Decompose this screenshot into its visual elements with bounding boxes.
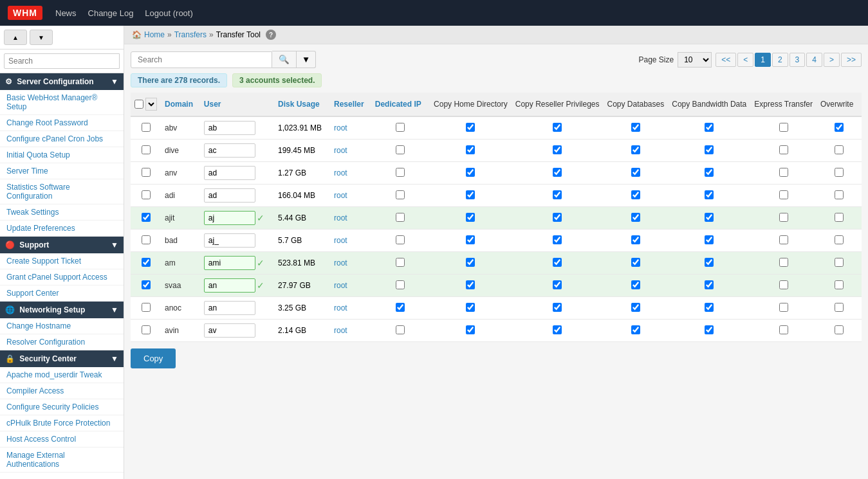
row-user-input-6[interactable] [204, 256, 255, 270]
row-checkbox-6[interactable] [142, 258, 151, 267]
search-dropdown-button[interactable]: ▼ [297, 51, 316, 68]
row-copy-reseller-2[interactable] [553, 168, 562, 177]
row-express-transfer-0[interactable] [779, 123, 788, 132]
row-dedicated-ip-1[interactable] [396, 145, 405, 154]
row-dedicated-ip-5[interactable] [396, 235, 405, 244]
sidebar-item-tweak-settings[interactable]: Tweak Settings [0, 204, 124, 221]
row-overwrite-8[interactable] [835, 303, 844, 312]
nav-logout[interactable]: Logout (root) [145, 8, 192, 18]
row-user-input-8[interactable] [204, 301, 255, 315]
row-overwrite-4[interactable] [835, 213, 844, 222]
row-copy-bandwidth-5[interactable] [705, 235, 714, 244]
row-copy-reseller-3[interactable] [553, 190, 562, 199]
row-copy-databases-1[interactable] [631, 145, 640, 154]
row-express-transfer-4[interactable] [779, 213, 788, 222]
sidebar-item-compiler-access[interactable]: Compiler Access [0, 383, 124, 399]
row-copy-home-2[interactable] [466, 168, 475, 177]
row-copy-bandwidth-8[interactable] [705, 303, 714, 312]
row-checkbox-0[interactable] [142, 123, 151, 132]
sidebar-item-resolver-config[interactable]: Resolver Configuration [0, 334, 124, 350]
row-copy-bandwidth-4[interactable] [705, 213, 714, 222]
sidebar-section-security[interactable]: 🔒 Security Center ▼ [0, 350, 124, 367]
row-express-transfer-2[interactable] [779, 168, 788, 177]
sidebar-item-cpanel-cron[interactable]: Configure cPanel Cron Jobs [0, 131, 124, 147]
sidebar-section-server-config[interactable]: ⚙ Server Configuration ▼ [0, 73, 124, 90]
row-overwrite-5[interactable] [835, 235, 844, 244]
row-express-transfer-5[interactable] [779, 235, 788, 244]
row-express-transfer-1[interactable] [779, 145, 788, 154]
page-next-btn[interactable]: > [824, 53, 840, 67]
row-express-transfer-6[interactable] [779, 258, 788, 267]
page-first-btn[interactable]: << [716, 53, 736, 67]
page-1-btn[interactable]: 1 [755, 53, 771, 67]
row-copy-reseller-1[interactable] [553, 145, 562, 154]
sidebar-item-change-root-password[interactable]: Change Root Password [0, 115, 124, 131]
page-size-select[interactable]: 10 25 50 100 [678, 52, 712, 68]
row-copy-databases-4[interactable] [631, 213, 640, 222]
row-copy-reseller-0[interactable] [553, 123, 562, 132]
row-copy-databases-5[interactable] [631, 235, 640, 244]
row-dedicated-ip-4[interactable] [396, 213, 405, 222]
row-dedicated-ip-8[interactable] [396, 303, 405, 312]
row-copy-bandwidth-3[interactable] [705, 190, 714, 199]
row-copy-databases-6[interactable] [631, 258, 640, 267]
sidebar-item-grant-cpanel-support[interactable]: Grant cPanel Support Access [0, 269, 124, 285]
row-dedicated-ip-6[interactable] [396, 258, 405, 267]
row-copy-databases-3[interactable] [631, 190, 640, 199]
row-copy-reseller-4[interactable] [553, 213, 562, 222]
sidebar-item-initial-quota[interactable]: Initial Quota Setup [0, 147, 124, 163]
row-copy-bandwidth-9[interactable] [705, 325, 714, 334]
nav-news[interactable]: News [55, 8, 77, 18]
copy-button[interactable]: Copy [131, 348, 176, 368]
sidebar-search-input[interactable] [4, 53, 120, 69]
breadcrumb-transfers[interactable]: Transfers [174, 30, 207, 39]
row-dedicated-ip-0[interactable] [396, 123, 405, 132]
select-all-checkbox[interactable] [134, 100, 143, 109]
row-copy-home-7[interactable] [466, 280, 475, 289]
row-express-transfer-8[interactable] [779, 303, 788, 312]
page-last-btn[interactable]: >> [841, 53, 862, 67]
row-copy-home-4[interactable] [466, 213, 475, 222]
row-copy-reseller-7[interactable] [553, 280, 562, 289]
nav-changelog[interactable]: Change Log [88, 8, 134, 18]
row-copy-home-8[interactable] [466, 303, 475, 312]
row-dedicated-ip-7[interactable] [396, 280, 405, 289]
row-checkbox-8[interactable] [142, 303, 151, 312]
row-copy-bandwidth-1[interactable] [705, 145, 714, 154]
row-copy-databases-0[interactable] [631, 123, 640, 132]
row-user-input-4[interactable] [204, 211, 255, 225]
row-checkbox-4[interactable] [142, 213, 151, 222]
row-overwrite-1[interactable] [835, 145, 844, 154]
page-prev-btn[interactable]: < [737, 53, 753, 67]
help-icon[interactable]: ? [266, 30, 276, 40]
row-overwrite-6[interactable] [835, 258, 844, 267]
row-checkbox-5[interactable] [142, 235, 151, 244]
row-user-input-2[interactable] [204, 166, 255, 180]
row-copy-databases-8[interactable] [631, 303, 640, 312]
row-copy-bandwidth-2[interactable] [705, 168, 714, 177]
row-checkbox-1[interactable] [142, 145, 151, 154]
row-copy-databases-9[interactable] [631, 325, 640, 334]
sidebar-item-basic-webhost[interactable]: Basic WebHost Manager® Setup [0, 90, 124, 115]
row-copy-bandwidth-7[interactable] [705, 280, 714, 289]
sidebar-item-update-preferences[interactable]: Update Preferences [0, 221, 124, 237]
row-copy-databases-7[interactable] [631, 280, 640, 289]
row-dedicated-ip-9[interactable] [396, 325, 405, 334]
row-user-input-7[interactable] [204, 278, 255, 293]
row-user-input-5[interactable] [204, 233, 255, 248]
sidebar-item-host-access[interactable]: Host Access Control [0, 431, 124, 447]
page-4-btn[interactable]: 4 [806, 53, 822, 67]
row-user-input-9[interactable] [204, 323, 255, 338]
row-user-input-1[interactable] [204, 143, 255, 158]
row-copy-reseller-8[interactable] [553, 303, 562, 312]
row-express-transfer-9[interactable] [779, 325, 788, 334]
row-checkbox-9[interactable] [142, 325, 151, 334]
sidebar-item-stats-software[interactable]: Statistics Software Configuration [0, 179, 124, 204]
row-copy-bandwidth-6[interactable] [705, 258, 714, 267]
row-overwrite-2[interactable] [835, 168, 844, 177]
row-checkbox-3[interactable] [142, 190, 151, 199]
row-user-input-0[interactable] [204, 121, 255, 135]
sidebar-item-support-center[interactable]: Support Center [0, 285, 124, 302]
sidebar-item-server-time[interactable]: Server Time [0, 163, 124, 179]
row-copy-home-1[interactable] [466, 145, 475, 154]
